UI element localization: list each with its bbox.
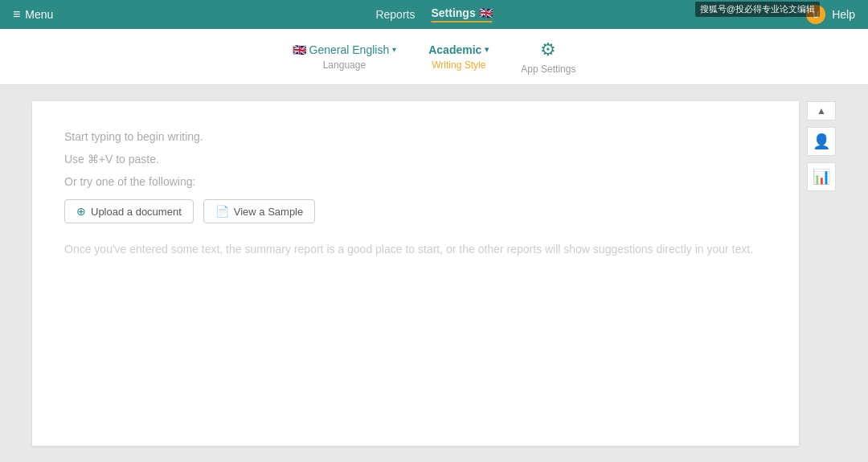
scroll-up-button[interactable]: ▲ [807, 101, 836, 121]
person-icon: 👤 [813, 133, 830, 150]
language-value: General English [309, 43, 390, 56]
document-editor[interactable]: Start typing to begin writing. Use ⌘+V t… [32, 101, 799, 446]
app-settings-item[interactable]: ⚙ App Settings [521, 39, 575, 75]
chart-icon: 📊 [813, 168, 830, 186]
nav-right-area: 搜狐号@投必得专业论文编辑 U Help [806, 5, 855, 24]
gear-icon: ⚙ [540, 39, 556, 60]
scroll-up-icon: ▲ [817, 105, 826, 117]
top-navigation: ≡ Menu Reports Settings 🇬🇧 搜狐号@投必得专业论文编辑… [0, 0, 868, 29]
menu-icon: ≡ [13, 7, 20, 22]
style-chevron: ▾ [485, 45, 489, 54]
document-icon: 📄 [215, 205, 229, 218]
right-sidebar: ▲ 👤 📊 [807, 101, 836, 446]
settings-bar: 🇬🇧 General English ▾ Language Academic ▾… [0, 29, 868, 85]
language-flag: 🇬🇧 [293, 43, 306, 56]
language-chevron: ▾ [392, 45, 396, 54]
upload-document-button[interactable]: ⊕ Upload a document [64, 199, 194, 223]
style-value: Academic [428, 43, 481, 56]
language-setting[interactable]: 🇬🇧 General English ▾ Language [293, 43, 397, 71]
settings-nav-link[interactable]: Settings 🇬🇧 [431, 6, 492, 22]
view-sample-button[interactable]: 📄 View a Sample [203, 199, 315, 223]
placeholder-line3: Or try one of the following: [64, 170, 767, 193]
reports-nav-link[interactable]: Reports [375, 8, 415, 21]
info-text: Once you've entered some text, the summa… [64, 239, 767, 260]
writing-style-setting[interactable]: Academic ▾ Writing Style [428, 43, 489, 71]
editor-info-text: Once you've entered some text, the summa… [64, 239, 767, 260]
person-sidebar-button[interactable]: 👤 [807, 127, 836, 156]
chart-sidebar-button[interactable]: 📊 [807, 162, 836, 191]
watermark-text: 搜狐号@投必得专业论文编辑 [695, 2, 820, 17]
placeholder-line1: Start typing to begin writing. [64, 125, 767, 148]
editor-placeholder: Start typing to begin writing. Use ⌘+V t… [64, 125, 767, 193]
editor-action-buttons: ⊕ Upload a document 📄 View a Sample [64, 199, 767, 223]
main-content-area: Start typing to begin writing. Use ⌘+V t… [0, 85, 868, 462]
writing-style-setting-top: Academic ▾ [428, 43, 489, 56]
placeholder-line2: Use ⌘+V to paste. [64, 148, 767, 170]
menu-button[interactable]: ≡ Menu [13, 7, 53, 22]
upload-btn-label: Upload a document [91, 206, 182, 218]
upload-icon: ⊕ [76, 205, 86, 218]
settings-flag: 🇬🇧 [479, 6, 493, 19]
style-label: Writing Style [432, 59, 485, 71]
app-settings-label: App Settings [521, 63, 575, 75]
language-label: Language [323, 59, 366, 71]
language-setting-top: 🇬🇧 General English ▾ [293, 43, 397, 56]
nav-center-links: Reports Settings 🇬🇧 [375, 6, 492, 22]
menu-label: Menu [25, 8, 53, 21]
help-button[interactable]: Help [832, 8, 855, 21]
sample-btn-label: View a Sample [234, 206, 303, 218]
